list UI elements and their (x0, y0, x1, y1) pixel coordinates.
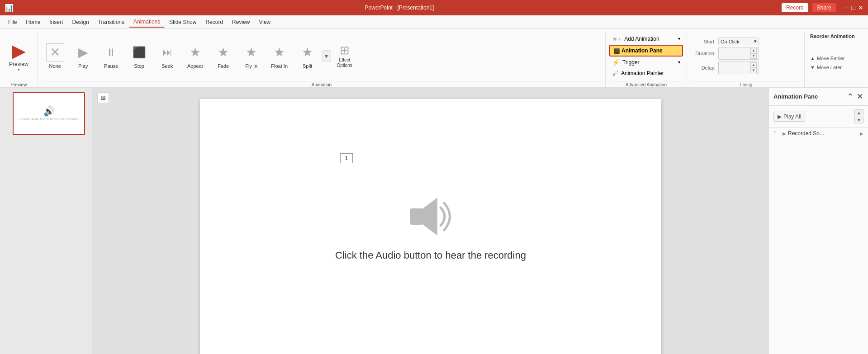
play-all-button[interactable]: ▶ Play All (773, 112, 805, 122)
animation-pane-playall-bar: ▶ Play All ▲ ▼ (769, 106, 868, 127)
anim-btn-play[interactable]: ▶ Play (70, 37, 97, 76)
slide-thumb-image[interactable]: 🔊 Click the Audio button to hear the rec… (13, 92, 85, 135)
menu-home[interactable]: Home (21, 17, 45, 27)
menu-view[interactable]: View (254, 17, 275, 27)
delay-up[interactable]: ▲ (750, 62, 757, 68)
title-controls: Record Share ─ □ ✕ (782, 3, 863, 13)
animation-pane-close-btn[interactable]: ✕ (856, 91, 863, 102)
play-label: Play (78, 63, 88, 69)
slide-animation-badge: 1 (340, 153, 353, 163)
delay-down[interactable]: ▼ (750, 68, 757, 73)
slide-canvas: 1 Click the Audio button to hear the rec… (200, 99, 661, 354)
share-button[interactable]: Share (812, 3, 836, 13)
title-bar: 📊 PowerPoint - [Presentation1] Record Sh… (0, 0, 868, 15)
seek-icon: ⏭ (158, 43, 176, 61)
animation-pane-scroll-buttons: ▲ ▼ (854, 109, 863, 123)
anim-btn-flyin[interactable]: ★ Fly In (238, 37, 265, 76)
duration-down[interactable]: ▼ (750, 53, 757, 59)
anim-scroll-down-btn[interactable]: ▼ (854, 117, 863, 123)
move-earlier-icon: ▲ (810, 56, 815, 61)
anim-btn-fade[interactable]: ★ Fade (210, 37, 237, 76)
animation-scroll-arrow[interactable]: ▾ (322, 50, 331, 62)
move-later-icon: ▼ (810, 65, 815, 70)
slide-view-button[interactable]: ⊞ (97, 92, 109, 103)
menu-record[interactable]: Record (201, 17, 228, 27)
animation-pane-header: Animation Pane ⌃ ✕ (769, 88, 868, 106)
preview-button[interactable]: ▶ Preview ▾ (5, 38, 33, 75)
anim-scroll-up-btn[interactable]: ▲ (854, 109, 863, 116)
play-icon: ▶ (74, 43, 92, 61)
appear-icon: ★ (186, 43, 204, 61)
menu-design[interactable]: Design (67, 17, 93, 27)
ribbon-group-timing: Start: On Click ▾ Duration: ▲ ▼ (687, 31, 805, 87)
maximize-icon[interactable]: □ (852, 4, 855, 11)
effect-options-button[interactable]: ⊞ EffectOptions (332, 37, 357, 76)
animation-pane-button[interactable]: ▤ Animation Pane (609, 45, 683, 57)
slide-badge-number: 1 (345, 155, 348, 161)
anim-btn-appear[interactable]: ★ Appear (182, 37, 209, 76)
preview-group-label: Preview (5, 81, 33, 87)
minimize-icon[interactable]: ─ (844, 4, 849, 11)
delay-dropdown[interactable]: ▲ ▼ (718, 61, 759, 74)
slide-audio-icon (403, 194, 458, 241)
add-animation-button[interactable]: ★+ Add Animation ▾ (609, 34, 683, 44)
add-animation-arrow: ▾ (678, 36, 680, 41)
none-label: None (49, 63, 61, 69)
stop-icon: ⬛ (130, 43, 148, 61)
ribbon-group-advanced: ★+ Add Animation ▾ ▤ Animation Pane ⚡ Tr… (606, 31, 687, 87)
animation-painter-button[interactable]: 🖌 Animation Painter (609, 68, 683, 78)
anim-btn-seek[interactable]: ⏭ Seek (154, 37, 181, 76)
slide-thumb-text: Click the Audio button to hear the recor… (18, 117, 80, 122)
menu-insert[interactable]: Insert (45, 17, 67, 27)
floatin-label: Float In (271, 63, 288, 69)
advanced-animation-group-label: Advanced Animation (609, 81, 683, 87)
animation-buttons: ✕ None ▶ Play ⏸ Pause ⬛ Stop ⏭ Seek (42, 31, 602, 81)
trigger-label: Trigger (622, 59, 640, 66)
slide-audio-text: Click the Audio button to hear the recor… (335, 250, 526, 261)
animation-pane-collapse-btn[interactable]: ⌃ (846, 91, 854, 102)
menu-transitions[interactable]: Transitions (94, 17, 129, 27)
window-icon: 📊 (5, 4, 14, 12)
animation-pane-icon: ▤ (614, 47, 620, 54)
animation-pane-item-1[interactable]: 1 ▶ Recorded So... ▶ (769, 127, 868, 139)
menu-review[interactable]: Review (228, 17, 254, 27)
slide-thumbnail-1[interactable]: 1 ★ 🔊 Click the Audio button to hear the… (4, 92, 89, 135)
start-dropdown-arrow: ▾ (754, 38, 757, 44)
svg-marker-1 (423, 198, 437, 236)
start-dropdown[interactable]: On Click ▾ (718, 38, 759, 45)
reorder-group-spacer (808, 86, 864, 87)
anim-btn-none[interactable]: ✕ None (42, 37, 69, 76)
menu-animations[interactable]: Animations (129, 17, 165, 28)
animation-item-arrow-icon: ▶ (860, 131, 863, 136)
record-button[interactable]: Record (782, 3, 808, 12)
anim-btn-stop[interactable]: ⬛ Stop (126, 37, 153, 76)
anim-btn-split[interactable]: ★ Split (294, 37, 321, 76)
move-earlier-button[interactable]: ▲ Move Earlier (808, 55, 864, 62)
anim-btn-floatin[interactable]: ★ Float In (266, 37, 293, 76)
animation-pane-label: Animation Pane (621, 47, 663, 54)
stop-label: Stop (134, 63, 144, 69)
move-later-button[interactable]: ▼ Move Later (808, 64, 864, 71)
close-icon[interactable]: ✕ (858, 4, 863, 11)
effect-options-icon: ⊞ (340, 43, 350, 57)
slide-panel: 1 ★ 🔊 Click the Audio button to hear the… (0, 88, 93, 354)
play-all-label: Play All (783, 113, 801, 120)
duration-up[interactable]: ▲ (750, 48, 757, 53)
animation-item-name: Recorded So... (788, 130, 858, 137)
timing-labels: Start: On Click ▾ Duration: ▲ ▼ (691, 31, 759, 81)
none-icon: ✕ (46, 43, 64, 61)
menu-slideshow[interactable]: Slide Show (165, 17, 201, 27)
preview-dropdown-arrow[interactable]: ▾ (18, 67, 20, 72)
anim-btn-pause[interactable]: ⏸ Pause (98, 37, 125, 76)
timing-start-row: Start: On Click ▾ (691, 38, 759, 45)
add-animation-icon: ★+ (612, 35, 621, 42)
duration-dropdown[interactable]: ▲ ▼ (718, 47, 759, 60)
play-all-icon: ▶ (778, 113, 782, 120)
preview-group-content: ▶ Preview ▾ (5, 31, 33, 81)
timing-group-label: Timing (691, 81, 801, 87)
trigger-button[interactable]: ⚡ Trigger ▾ (609, 57, 683, 67)
menu-file[interactable]: File (4, 17, 21, 27)
appear-label: Appear (187, 63, 203, 69)
menu-bar: File Home Insert Design Transitions Anim… (0, 15, 868, 29)
ribbon-group-reorder: Reorder Animation ▲ Move Earlier ▼ Move … (805, 31, 868, 87)
